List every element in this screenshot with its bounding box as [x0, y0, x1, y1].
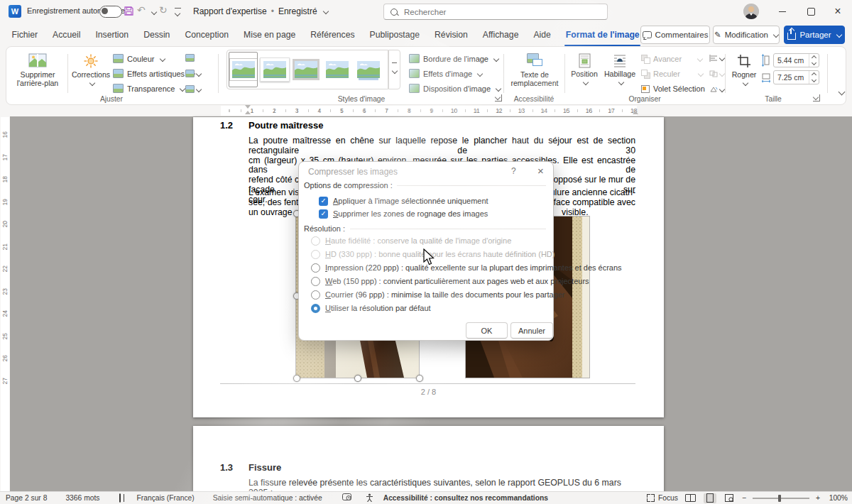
radio-icon[interactable]: [311, 263, 320, 273]
save-icon[interactable]: [124, 6, 134, 18]
corrections-button[interactable]: Corrections: [70, 50, 111, 96]
remove-background-button[interactable]: Supprimer l'arrière-plan: [11, 50, 65, 96]
picture-style-menu-item[interactable]: Effets d'image: [409, 66, 501, 81]
radio-icon[interactable]: [311, 290, 320, 300]
accessibility-status[interactable]: Accessibilité : consultez nos recommanda…: [382, 494, 557, 502]
language-indicator[interactable]: Français (France): [129, 494, 202, 502]
page-indicator[interactable]: Page 2 sur 8: [6, 494, 55, 502]
search-box[interactable]: [383, 4, 608, 20]
height-input[interactable]: [774, 55, 809, 65]
quick-access-toolbar-icon[interactable]: [175, 8, 181, 18]
selection-pane-button[interactable]: Volet Sélection: [641, 81, 705, 96]
wrap-text-button[interactable]: Habillage: [601, 50, 638, 96]
share-button[interactable]: Partager: [784, 26, 845, 44]
change-picture-button[interactable]: [185, 67, 201, 80]
picture-style-thumbnail[interactable]: [260, 52, 289, 87]
horizontal-ruler[interactable]: 123456789101112131415161718: [10, 105, 852, 116]
height-spinner[interactable]: [809, 54, 819, 67]
dialog-help-button[interactable]: ?: [511, 166, 516, 176]
crop-button[interactable]: Rogner: [728, 50, 760, 96]
picture-styles-dialog-launcher[interactable]: [495, 94, 502, 102]
read-mode-button[interactable]: [684, 493, 697, 503]
adjust-menu-item[interactable]: Effets artistiques: [113, 66, 195, 81]
document-title[interactable]: Rapport d'expertise • Enregistré: [193, 0, 328, 23]
shape-width-field[interactable]: [773, 70, 819, 84]
width-input[interactable]: [774, 72, 809, 82]
print-layout-button[interactable]: [704, 493, 716, 503]
comments-button[interactable]: Commentaires: [640, 26, 710, 44]
gallery-more-button[interactable]: [388, 50, 400, 89]
ok-button[interactable]: OK: [466, 322, 508, 339]
ribbon-tab[interactable]: Insertion: [88, 23, 136, 46]
picture-style-thumbnail[interactable]: [354, 52, 383, 87]
size-dialog-launcher[interactable]: [813, 94, 820, 102]
zoom-slider-thumb[interactable]: [778, 495, 781, 502]
right-indent-marker[interactable]: [633, 111, 638, 114]
dialog-close-button[interactable]: ×: [537, 165, 544, 177]
shape-height-field[interactable]: [773, 53, 819, 67]
ribbon-tab[interactable]: Conception: [178, 23, 236, 46]
zoom-slider[interactable]: [753, 498, 809, 499]
selection-handle-bottom-center[interactable]: [354, 375, 361, 382]
resolution-radio-row[interactable]: Web (150 ppp) : convient particulièremen…: [311, 276, 546, 286]
resolution-radio-row[interactable]: Haute fidélité : conserve la qualité de …: [311, 236, 546, 246]
radio-icon[interactable]: [311, 277, 320, 286]
cancel-button[interactable]: Annuler: [510, 322, 553, 339]
width-spinner[interactable]: [809, 71, 819, 84]
autosave-toggle[interactable]: [99, 6, 122, 18]
word-app-icon[interactable]: W: [9, 5, 21, 18]
resolution-radio-row[interactable]: Courrier (96 ppp) : minimise la taille d…: [311, 290, 546, 300]
alt-text-button[interactable]: Texte de remplacement: [506, 50, 563, 96]
checkbox-row[interactable]: ✓ Supprimer les zones de rognage des ima…: [319, 209, 573, 219]
radio-icon[interactable]: [311, 250, 320, 259]
picture-style-thumbnail[interactable]: [322, 52, 351, 87]
picture-style-thumbnail[interactable]: [291, 52, 320, 87]
close-button[interactable]: ×: [826, 0, 849, 23]
align-objects-button[interactable]: [709, 52, 724, 65]
ribbon-tab[interactable]: Format de l'image: [558, 23, 647, 46]
checkbox-checked-icon[interactable]: ✓: [319, 197, 328, 206]
picture-style-menu-item[interactable]: Disposition d'image: [409, 81, 501, 96]
undo-dropdown-icon[interactable]: [151, 9, 157, 15]
adjust-menu-item[interactable]: Transparence: [113, 81, 195, 96]
zoom-out-button[interactable]: −: [742, 494, 746, 502]
maximize-button[interactable]: [799, 0, 822, 23]
web-layout-button[interactable]: [723, 493, 736, 503]
picture-style-menu-item[interactable]: Bordure de l'image: [409, 51, 501, 66]
picture-style-thumbnail[interactable]: [229, 52, 258, 87]
radio-icon[interactable]: [311, 236, 320, 246]
zoom-in-button[interactable]: +: [816, 494, 820, 502]
ribbon-tab[interactable]: Fichier: [4, 23, 45, 46]
hanging-indent-marker[interactable]: [245, 111, 251, 114]
word-count[interactable]: 3366 mots: [55, 494, 108, 502]
first-line-indent-marker[interactable]: [245, 105, 251, 109]
collapse-ribbon-icon[interactable]: [839, 89, 846, 96]
ribbon-tab[interactable]: Révision: [427, 23, 476, 46]
ribbon-tab[interactable]: Publipostage: [362, 23, 427, 46]
ribbon-tab[interactable]: Dessin: [136, 23, 178, 46]
display-settings-icon[interactable]: [331, 493, 360, 503]
position-button[interactable]: Position: [567, 50, 601, 96]
editing-mode-button[interactable]: ✎ Modification: [713, 26, 780, 44]
resolution-radio-row[interactable]: Utiliser la résolution par défaut: [311, 303, 546, 313]
ribbon-tab[interactable]: Affichage: [475, 23, 526, 46]
ribbon-tab[interactable]: Aide: [526, 23, 558, 46]
autocomplete-status[interactable]: Saisie semi-automatique : activée: [203, 494, 331, 502]
ribbon-tab[interactable]: Accueil: [45, 23, 88, 46]
compress-pictures-button[interactable]: [185, 52, 201, 65]
proofing-icon[interactable]: [108, 494, 129, 502]
undo-icon[interactable]: ↶: [137, 4, 146, 16]
ribbon-tab[interactable]: Mise en page: [236, 23, 303, 46]
reset-picture-button[interactable]: [185, 83, 201, 96]
checkbox-checked-icon[interactable]: ✓: [319, 209, 328, 219]
focus-mode-button[interactable]: Focus: [647, 494, 678, 502]
minimize-button[interactable]: [771, 0, 794, 23]
zoom-percentage[interactable]: 100%: [826, 494, 848, 502]
rotate-objects-button[interactable]: [709, 83, 724, 96]
radio-icon[interactable]: [311, 304, 320, 313]
avatar[interactable]: [743, 4, 759, 19]
vertical-ruler[interactable]: 161718192021222324252627: [0, 105, 10, 492]
checkbox-row[interactable]: ✓ Appliquer à l'image sélectionnée uniqu…: [319, 196, 573, 206]
redo-icon[interactable]: ↻: [159, 4, 168, 16]
selection-handle-bottom-left[interactable]: [293, 375, 300, 382]
